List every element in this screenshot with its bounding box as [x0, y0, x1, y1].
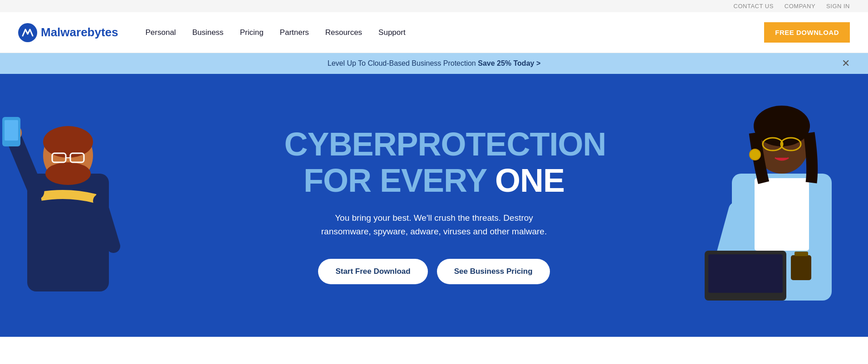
svg-rect-23: [708, 254, 783, 293]
nav-support[interactable]: Support: [378, 28, 406, 37]
hero-content: CYBERPROTECTION FOR EVERY ONE You bring …: [275, 99, 593, 311]
svg-point-16: [754, 106, 810, 146]
close-banner-button[interactable]: ✕: [842, 58, 850, 69]
svg-point-3: [43, 126, 93, 158]
svg-rect-24: [791, 255, 811, 280]
hero-figure-left: [0, 83, 154, 337]
hero-headline: CYBERPROTECTION FOR EVERY ONE: [284, 126, 584, 198]
nav-business[interactable]: Business: [192, 28, 224, 37]
svg-point-17: [750, 149, 760, 160]
hero-subtext: You bring your best. We'll crush the thr…: [312, 211, 557, 239]
see-business-pricing-button[interactable]: See Business Pricing: [437, 259, 550, 284]
nav-partners[interactable]: Partners: [280, 28, 309, 37]
hero-section: CYBERPROTECTION FOR EVERY ONE You bring …: [0, 74, 868, 337]
sign-in-link[interactable]: SIGN IN: [826, 3, 850, 10]
navbar: Malwarebytes Personal Business Pricing P…: [0, 12, 868, 53]
svg-rect-25: [794, 252, 808, 256]
hero-headline-one: ONE: [495, 162, 564, 199]
hero-headline-line1: CYBERPROTECTION: [284, 126, 584, 162]
svg-point-4: [45, 162, 91, 185]
hero-headline-every: FOR EVERY: [304, 162, 486, 199]
free-download-button[interactable]: FREE DOWNLOAD: [764, 22, 850, 43]
hero-buttons: Start Free Download See Business Pricing: [284, 259, 584, 284]
top-bar: CONTACT US COMPANY SIGN IN: [0, 0, 868, 12]
nav-personal[interactable]: Personal: [146, 28, 176, 37]
nav-links: Personal Business Pricing Partners Resou…: [146, 28, 765, 37]
nav-resources[interactable]: Resources: [325, 28, 362, 37]
svg-rect-11: [5, 120, 18, 141]
contact-us-link[interactable]: CONTACT US: [734, 3, 774, 10]
svg-rect-14: [755, 178, 809, 251]
hero-headline-line2: FOR EVERY ONE: [284, 163, 584, 199]
start-free-download-button[interactable]: Start Free Download: [318, 259, 427, 284]
logo[interactable]: Malwarebytes: [18, 23, 118, 42]
company-link[interactable]: COMPANY: [785, 3, 815, 10]
promo-banner-text: Level Up To Cloud-Based Business Protect…: [328, 59, 540, 68]
promo-banner: Level Up To Cloud-Based Business Protect…: [0, 53, 868, 74]
hero-figure-right: [696, 74, 868, 337]
nav-pricing[interactable]: Pricing: [240, 28, 264, 37]
promo-save-text[interactable]: Save 25% Today >: [478, 59, 540, 67]
logo-icon: [18, 23, 37, 42]
logo-text: Malwarebytes: [41, 25, 118, 39]
